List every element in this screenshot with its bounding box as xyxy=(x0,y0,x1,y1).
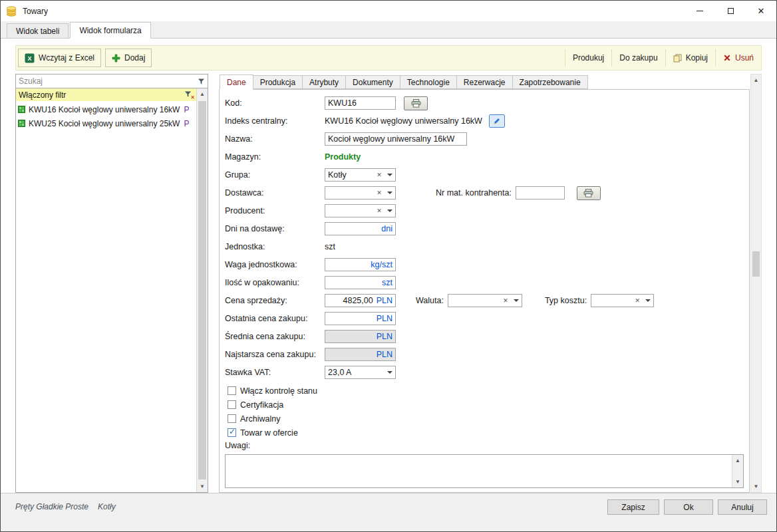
dni-input[interactable]: dni xyxy=(325,222,396,235)
chevron-down-icon[interactable] xyxy=(385,207,395,215)
row-kod: Kod: KWU16 xyxy=(225,96,744,110)
scroll-up-icon[interactable]: ▲ xyxy=(732,455,743,466)
uwagi-field: ▲ ▼ xyxy=(225,454,744,488)
edit-indeks-button[interactable] xyxy=(489,114,505,128)
active-filter-header: Włączony filtr ✕ xyxy=(16,88,196,101)
checkbox-box[interactable] xyxy=(228,428,236,437)
close-button[interactable]: ✕ xyxy=(746,1,776,21)
status-left: Pręty Gładkie Proste xyxy=(15,502,88,511)
kod-label: Kod: xyxy=(225,98,325,108)
add-button[interactable]: Dodaj xyxy=(105,49,152,67)
status-right: Kotły xyxy=(98,502,116,511)
copy-label: Kopiuj xyxy=(686,53,708,63)
minimize-button[interactable] xyxy=(685,1,715,21)
waluta-label: Waluta: xyxy=(416,296,444,305)
producent-combobox[interactable]: ✕ xyxy=(325,204,396,217)
chevron-down-icon[interactable] xyxy=(643,297,653,305)
row-stawka-vat: Stawka VAT: 23,0 A xyxy=(225,366,744,379)
chevron-down-icon[interactable] xyxy=(385,171,395,179)
clear-x-icon[interactable]: ✕ xyxy=(500,297,511,304)
clear-x-icon[interactable]: ✕ xyxy=(374,172,385,178)
search-row xyxy=(16,74,208,88)
scroll-up-icon[interactable]: ▲ xyxy=(197,88,208,100)
scroll-track[interactable] xyxy=(732,466,743,476)
produce-button[interactable]: Produkuj xyxy=(565,46,611,70)
stawka-vat-combobox[interactable]: 23,0 A xyxy=(325,366,396,379)
ilosc-input[interactable]: szt xyxy=(325,276,396,289)
coins-app-icon xyxy=(6,5,18,17)
cancel-button[interactable]: Anuluj xyxy=(718,499,767,515)
tab-dane[interactable]: Dane xyxy=(220,74,253,90)
copy-button[interactable]: Kopiuj xyxy=(666,46,715,70)
nr-mat-input[interactable] xyxy=(516,186,565,200)
grupa-combobox[interactable]: Kotły ✕ xyxy=(325,168,396,182)
kod-input[interactable]: KWU16 xyxy=(325,96,396,110)
search-input[interactable] xyxy=(16,74,194,88)
checkbox-archiwalny[interactable]: Archiwalny xyxy=(228,412,744,426)
tab-produkcja[interactable]: Produkcja xyxy=(253,75,303,89)
list-item[interactable]: KWU25 Kocioł węglowy uniwersalny 25kW P xyxy=(16,116,196,130)
checkbox-box[interactable] xyxy=(228,414,236,423)
clear-filter-icon[interactable]: ✕ xyxy=(184,90,194,99)
delete-button[interactable]: Usuń xyxy=(716,46,761,70)
print-nr-mat-button[interactable] xyxy=(577,186,601,200)
cena-sprzedazy-input[interactable]: 4825,00PLN xyxy=(325,294,396,307)
scroll-thumb[interactable] xyxy=(752,251,760,277)
filter-funnel-icon[interactable] xyxy=(194,78,208,85)
plus-icon xyxy=(112,54,120,63)
tab-atrybuty[interactable]: Atrybuty xyxy=(303,75,346,89)
checkbox-towar-w-ofercie[interactable]: Towar w ofercie xyxy=(228,426,744,440)
checkbox-certyfikacja[interactable]: Certyfikacja xyxy=(228,398,744,412)
waga-input[interactable]: kg/szt xyxy=(325,258,396,271)
waluta-combobox[interactable]: ✕ xyxy=(448,294,522,307)
list-item-text: KWU25 Kocioł węglowy uniwersalny 25kW xyxy=(29,119,180,128)
checkbox-box[interactable] xyxy=(228,400,236,409)
print-code-button[interactable] xyxy=(404,96,428,110)
maximize-button[interactable] xyxy=(715,1,746,21)
row-indeks-centralny: Indeks centralny: KWU16 Kocioł węglowy u… xyxy=(225,114,744,128)
clear-x-icon[interactable]: ✕ xyxy=(632,297,643,304)
scroll-down-icon[interactable]: ▼ xyxy=(751,481,761,492)
tab-widok-formularza[interactable]: Widok formularza xyxy=(70,22,150,39)
tab-rezerwacje[interactable]: Rezerwacje xyxy=(457,75,513,89)
scroll-thumb[interactable] xyxy=(198,101,206,479)
scroll-down-icon[interactable]: ▼ xyxy=(197,481,208,492)
clear-x-icon[interactable]: ✕ xyxy=(374,190,385,196)
ok-button[interactable]: Ok xyxy=(664,499,713,515)
sidebar-lower: Włączony filtr ✕ KWU16 Koci xyxy=(16,88,208,492)
to-purchase-button[interactable]: Do zakupu xyxy=(612,46,665,70)
checkbox-box[interactable] xyxy=(228,386,236,395)
checkbox-label: Certyfikacja xyxy=(240,400,283,410)
tab-dokumenty[interactable]: Dokumenty xyxy=(346,75,400,89)
srednia-cena-label: Średnia cena zakupu: xyxy=(225,332,325,341)
dostawca-combobox[interactable]: ✕ xyxy=(325,186,396,200)
uwagi-textarea[interactable] xyxy=(226,455,732,487)
typ-kosztu-combobox[interactable]: ✕ xyxy=(591,294,654,307)
scroll-up-icon[interactable]: ▲ xyxy=(751,74,761,86)
chevron-down-icon[interactable] xyxy=(385,189,395,197)
chevron-down-icon[interactable] xyxy=(511,297,522,305)
checkbox-wlacz-kontrole-stanu[interactable]: Włącz kontrolę stanu xyxy=(228,384,744,398)
chevron-down-icon[interactable] xyxy=(385,368,395,376)
maximize-icon xyxy=(728,8,734,14)
tab-widok-tabeli[interactable]: Widok tabeli xyxy=(7,23,69,38)
stawka-vat-label: Stawka VAT: xyxy=(225,368,325,377)
row-waga: Waga jednostkowa: kg/szt xyxy=(225,258,744,271)
tab-zapotrzebowanie[interactable]: Zapotrzebowanie xyxy=(513,75,588,89)
list-item-text: KWU16 Kocioł węglowy uniwersalny 16kW xyxy=(29,105,180,114)
scroll-down-icon[interactable]: ▼ xyxy=(732,476,743,487)
tab-technologie[interactable]: Technologie xyxy=(400,75,457,89)
scroll-track[interactable] xyxy=(751,86,761,481)
load-from-excel-button[interactable]: X Wczytaj z Excel xyxy=(18,49,101,67)
ostatnia-cena-input[interactable]: PLN xyxy=(325,312,396,325)
jednostka-label: Jednostka: xyxy=(225,242,325,251)
clear-x-icon[interactable]: ✕ xyxy=(374,207,385,214)
list-item[interactable]: KWU16 Kocioł węglowy uniwersalny 16kW P xyxy=(16,102,196,116)
row-jednostka: Jednostka: szt xyxy=(225,240,744,253)
save-button[interactable]: Zapisz xyxy=(607,499,659,515)
scroll-track[interactable] xyxy=(197,100,208,481)
row-nazwa: Nazwa: Kocioł węglowy uniwersalny 16kW xyxy=(225,132,744,146)
nazwa-input[interactable]: Kocioł węglowy uniwersalny 16kW xyxy=(325,132,467,146)
uwagi-label: Uwagi: xyxy=(225,441,744,453)
list-item-suffix: P xyxy=(184,105,189,114)
